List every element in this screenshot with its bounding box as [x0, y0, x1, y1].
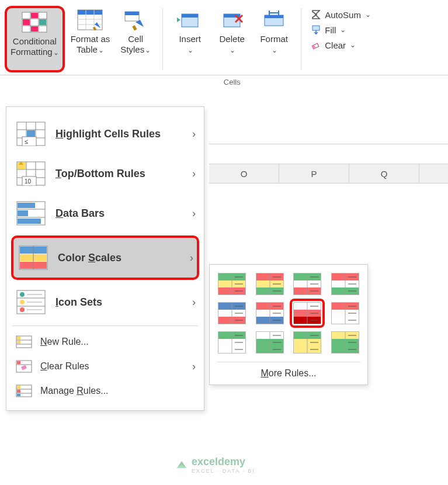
sigma-icon: [311, 9, 321, 20]
svg-rect-27: [312, 26, 319, 30]
more-rules-item[interactable]: More Rules...More Rules...: [217, 362, 360, 379]
top-bottom-rules-item[interactable]: 10 Top/Bottom Rules Top/Bottom Rules ›: [6, 154, 204, 193]
chevron-right-icon: ›: [192, 207, 196, 220]
color-scale-option[interactable]: [256, 273, 284, 295]
cell-styles-label: Cell Styles: [120, 34, 144, 54]
color-scale-option[interactable]: [218, 331, 246, 354]
svg-point-62: [20, 307, 25, 312]
svg-rect-79: [17, 390, 20, 393]
insert-icon: [176, 8, 204, 32]
col-header[interactable]: O: [209, 164, 279, 183]
clear-label: Clear: [325, 40, 346, 50]
formula-bar-edge: [209, 144, 448, 164]
svg-rect-35: [27, 130, 35, 137]
insert-button[interactable]: Insert⌄: [170, 6, 210, 57]
svg-rect-10: [78, 10, 102, 15]
svg-rect-5: [31, 13, 38, 18]
format-as-table-button[interactable]: Format as Table⌄: [67, 6, 114, 72]
chevron-down-icon: ⌄: [350, 41, 356, 49]
svg-rect-50: [18, 210, 28, 216]
watermark-tag: EXCEL · DATA · BI: [192, 468, 255, 474]
insert-label: Insert: [179, 34, 201, 44]
format-button[interactable]: Format⌄: [254, 6, 294, 57]
cell-styles-icon: [121, 8, 150, 32]
conditional-formatting-button[interactable]: Conditional Formatting⌄: [5, 6, 65, 72]
conditional-formatting-icon: [20, 11, 48, 34]
svg-rect-20: [182, 14, 198, 18]
color-scale-option[interactable]: [218, 273, 246, 295]
chevron-down-icon: ⌄: [187, 46, 193, 54]
delete-button[interactable]: Delete⌄: [212, 6, 252, 57]
eraser-icon: [311, 40, 321, 50]
svg-rect-78: [17, 386, 20, 389]
chevron-down-icon: ⌄: [145, 46, 151, 54]
chevron-down-icon: ⌄: [230, 46, 235, 54]
svg-text:≤: ≤: [25, 138, 28, 145]
fill-label: Fill: [325, 25, 336, 35]
chevron-right-icon: ›: [192, 168, 196, 180]
autosum-button[interactable]: AutoSum⌄: [308, 8, 373, 21]
color-scales-icon: [17, 244, 50, 272]
autosum-label: AutoSum: [325, 10, 361, 20]
cells-group-label: Cells: [224, 78, 241, 86]
icon-sets-icon: [15, 288, 47, 316]
color-scale-option[interactable]: [331, 273, 359, 295]
svg-rect-8: [31, 26, 38, 32]
chevron-right-icon: ›: [192, 296, 196, 309]
cell-styles-button[interactable]: Cell Styles⌄: [116, 6, 155, 72]
fill-button[interactable]: Fill⌄: [308, 23, 373, 36]
color-scale-option[interactable]: [331, 331, 359, 354]
svg-rect-80: [17, 394, 20, 396]
watermark-icon: [175, 459, 188, 472]
watermark: exceldemyEXCEL · DATA · BI: [175, 456, 255, 474]
color-scale-option[interactable]: [331, 302, 359, 324]
chevron-down-icon: ⌄: [272, 46, 277, 54]
highlight-cells-rules-item[interactable]: ≤ HHighlight Cells Rulesighlight Cells R…: [6, 114, 204, 154]
conditional-formatting-label: Conditional Formatting: [11, 36, 57, 57]
manage-rules-icon: [15, 383, 33, 399]
color-scale-grid: [217, 273, 360, 354]
chevron-down-icon: ⌄: [53, 49, 59, 57]
chevron-right-icon: ›: [190, 252, 193, 264]
col-header[interactable]: Q: [349, 164, 419, 183]
delete-icon: [218, 8, 246, 32]
separator: [12, 325, 198, 326]
separator: [162, 8, 163, 70]
clear-rules-item[interactable]: Clear Rules Clear Rules ›: [6, 354, 204, 379]
color-scale-option[interactable]: [218, 302, 246, 324]
manage-rules-item[interactable]: Manage Rules... Manage Rules...: [6, 379, 204, 403]
svg-rect-17: [125, 12, 139, 15]
color-scale-option[interactable]: [256, 302, 284, 324]
color-scale-option[interactable]: [256, 331, 284, 354]
svg-rect-18: [132, 25, 137, 30]
chevron-down-icon: ⌄: [98, 46, 104, 54]
data-bars-item[interactable]: Data Bars Data Bars ›: [6, 193, 204, 233]
format-icon: [260, 8, 288, 32]
col-header[interactable]: P: [279, 164, 349, 183]
color-scales-submenu: More Rules...More Rules...: [209, 264, 368, 385]
format-as-table-icon: [76, 8, 104, 32]
chevron-down-icon: ⌄: [340, 26, 346, 34]
delete-label: Delete: [220, 34, 245, 44]
clear-rules-icon: [15, 359, 33, 374]
new-rule-item[interactable]: New Rule... New Rule...: [6, 330, 204, 354]
fill-down-icon: [311, 25, 321, 35]
svg-rect-49: [18, 203, 35, 208]
svg-rect-6: [23, 19, 30, 25]
ribbon: Conditional Formatting⌄ Format as Table⌄…: [0, 0, 448, 75]
cells-group: Insert⌄ Delete⌄: [170, 6, 294, 72]
chevron-right-icon: ›: [192, 128, 196, 140]
svg-text:10: 10: [25, 178, 32, 185]
conditional-formatting-menu: ≤ HHighlight Cells Rulesighlight Cells R…: [6, 106, 204, 411]
highlight-cells-icon: ≤: [15, 120, 47, 148]
svg-rect-73: [17, 361, 20, 364]
color-scales-item[interactable]: Color Scales Color Scales ›: [11, 235, 199, 280]
chevron-down-icon: ⌄: [365, 11, 371, 19]
color-scale-option[interactable]: [293, 331, 321, 354]
new-rule-icon: [15, 334, 33, 349]
color-scale-option[interactable]: [293, 273, 321, 295]
color-scale-option[interactable]: [293, 302, 321, 324]
clear-button[interactable]: Clear⌄: [308, 39, 373, 51]
separator: [301, 8, 301, 70]
icon-sets-item[interactable]: Icon Sets Icon Sets ›: [6, 282, 204, 322]
